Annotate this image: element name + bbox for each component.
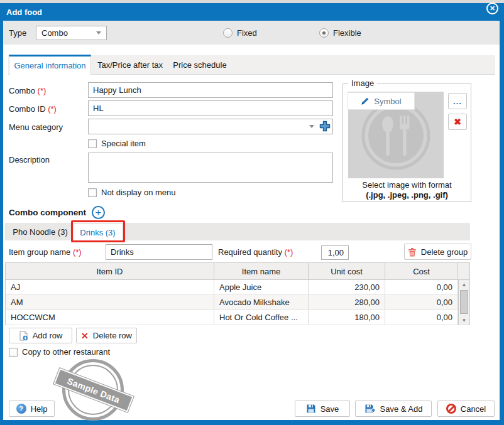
delete-group-button[interactable]: Delete group	[404, 244, 471, 260]
description-label: Description	[9, 155, 50, 164]
radio-fixed-circle	[223, 28, 233, 38]
table-row[interactable]: AM Avocado Milkshake 280,00 0,00	[6, 295, 469, 310]
required-quantity-input[interactable]	[321, 245, 349, 260]
not-display-row: Not display on menu	[88, 188, 176, 197]
not-display-checkbox[interactable]	[88, 188, 97, 197]
symbol-button[interactable]: Symbol	[348, 93, 414, 109]
radio-flexible[interactable]: Flexible	[319, 28, 361, 38]
required-quantity-label: Required quantity (*)	[218, 247, 293, 257]
radio-flexible-label: Flexible	[333, 28, 361, 38]
image-groupbox: Image Symbol ... ✖	[342, 83, 471, 202]
tab-general-information-label: General information	[14, 61, 85, 70]
table-row[interactable]: HOCCWCM Hot Or Cold Coffee ... 180,00 0,…	[6, 310, 469, 325]
special-item-checkbox[interactable]	[88, 139, 97, 148]
copy-restaurant-label: Copy to other restaurant	[22, 347, 110, 357]
group-tab-pho-noodle[interactable]	[9, 0, 72, 18]
menu-category-chevron-icon[interactable]	[309, 125, 314, 128]
cell-item-id: AM	[6, 295, 214, 309]
tab-price-schedule-label: Price schedule	[173, 60, 226, 70]
cell-item-name: Hot Or Cold Coffee ...	[214, 310, 309, 325]
special-item-label: Special item	[101, 139, 146, 148]
remove-image-x-icon: ✖	[454, 117, 461, 126]
cancel-button[interactable]: Cancel	[437, 401, 495, 417]
not-display-label: Not display on menu	[101, 188, 176, 197]
browse-image-button[interactable]: ...	[448, 93, 467, 109]
header-item-id[interactable]: Item ID	[6, 263, 214, 279]
dialog-body	[3, 21, 500, 420]
scroll-up-icon[interactable]: ▲	[459, 280, 469, 289]
scroll-down-icon[interactable]: ▼	[459, 316, 469, 325]
help-icon: ?	[16, 404, 26, 414]
save-button[interactable]: Save	[295, 401, 350, 417]
menu-category-dropdown[interactable]	[88, 119, 333, 134]
help-button[interactable]: ? Help	[9, 401, 55, 417]
group-tab-pho-label: Pho Noodle (3)	[13, 227, 67, 237]
save-icon	[306, 404, 316, 414]
add-row-button[interactable]: Add row	[9, 328, 72, 343]
items-table: Item ID Item name Unit cost Cost AJ Appl…	[5, 262, 470, 325]
table-row[interactable]: AJ Apple Juice 230,00 0,00	[6, 280, 469, 295]
header-cost[interactable]: Cost	[385, 263, 458, 279]
cell-item-name: Apple Juice	[214, 280, 309, 294]
cell-cost: 0,00	[385, 280, 458, 294]
delete-row-label: Delete row	[93, 331, 132, 340]
tab-price-schedule[interactable]: Price schedule	[168, 55, 231, 75]
add-group-icon[interactable]: +	[92, 206, 105, 219]
save-add-label: Save & Add	[380, 404, 423, 414]
type-label: Type	[9, 28, 26, 38]
copy-restaurant-row: Copy to other restaurant	[9, 347, 110, 357]
ellipsis-icon: ...	[453, 97, 462, 106]
combo-id-input[interactable]	[88, 100, 333, 116]
save-add-icon	[364, 404, 376, 414]
tab-tax-price-after-tax[interactable]: Tax/Price after tax	[93, 55, 167, 75]
radio-flexible-circle	[319, 28, 329, 38]
dialog-border-right	[500, 21, 504, 420]
dialog-border-left	[0, 21, 3, 420]
image-hint-line2: (.jpg, .jpeg, .png, .gif)	[343, 190, 471, 200]
add-food-dialog: Add food ✕ Type Combo Fixed Flexible Gen…	[0, 0, 504, 425]
cell-item-id: HOCCWCM	[6, 310, 214, 325]
radio-fixed-label: Fixed	[237, 28, 257, 38]
tab-general-information[interactable]: General information	[9, 55, 91, 75]
trash-icon	[408, 247, 417, 257]
close-icon[interactable]: ✕	[486, 3, 498, 14]
type-select[interactable]: Combo	[36, 26, 107, 40]
combo-component-title: Combo component	[9, 208, 86, 217]
radio-fixed[interactable]: Fixed	[223, 28, 257, 38]
special-item-row: Special item	[88, 139, 146, 148]
header-filler	[458, 263, 469, 279]
remove-image-button[interactable]: ✖	[448, 114, 467, 130]
add-row-label: Add row	[33, 331, 63, 340]
chevron-down-icon	[96, 31, 101, 35]
scrollbar-thumb[interactable]	[460, 290, 468, 314]
cell-unit-cost: 180,00	[309, 310, 385, 325]
dialog-border-bottom	[0, 420, 504, 425]
item-group-name-input[interactable]	[106, 244, 212, 260]
cell-cost: 0,00	[385, 310, 458, 325]
copy-restaurant-checkbox[interactable]	[9, 348, 18, 357]
save-add-button[interactable]: Save & Add	[355, 401, 432, 417]
cell-unit-cost: 230,00	[309, 280, 385, 294]
group-tab-drinks[interactable]: Drinks (3)	[74, 224, 122, 240]
delete-row-button[interactable]: ✕ Delete row	[76, 328, 137, 343]
image-hint-line1: Select image with format	[343, 180, 471, 190]
combo-input[interactable]	[88, 82, 333, 98]
header-unit-cost[interactable]: Unit cost	[309, 263, 385, 279]
table-scrollbar[interactable]: ▲ ▼	[458, 280, 469, 325]
group-tab-drinks-label: Drinks (3)	[80, 228, 115, 237]
cell-item-id: AJ	[6, 280, 214, 294]
titlebar: Add food	[0, 3, 504, 21]
menu-category-label: Menu category	[9, 122, 63, 132]
tab-tax-price-label: Tax/Price after tax	[97, 60, 163, 70]
description-textarea[interactable]	[88, 153, 333, 183]
header-item-name[interactable]: Item name	[214, 263, 309, 279]
cancel-label: Cancel	[461, 404, 486, 414]
table-header-row: Item ID Item name Unit cost Cost	[6, 263, 469, 280]
cell-unit-cost: 280,00	[309, 295, 385, 309]
pencil-icon	[361, 97, 370, 105]
type-select-value: Combo	[41, 28, 68, 38]
symbol-button-label: Symbol	[374, 97, 401, 106]
item-group-name-label: Item group name (*)	[9, 247, 82, 257]
add-category-icon[interactable]	[319, 120, 331, 132]
group-tab-pho-noodle[interactable]: Pho Noodle (3)	[9, 223, 72, 240]
